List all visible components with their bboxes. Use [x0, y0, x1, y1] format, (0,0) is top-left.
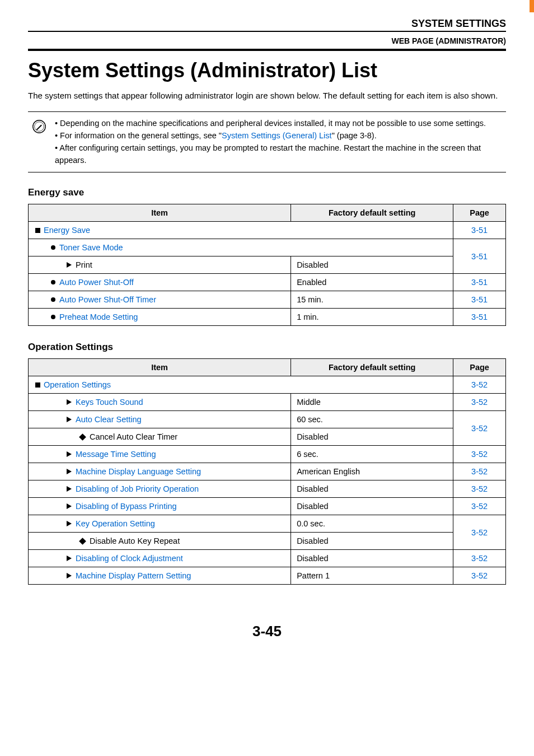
language-setting-link[interactable]: Machine Display Language Setting	[76, 467, 201, 476]
label: Cancel Auto Clear Timer	[90, 432, 177, 441]
default-value: 60 sec.	[291, 411, 453, 428]
row-auto-power-shutoff: Auto Power Shut-Off	[29, 274, 291, 291]
col-page: Page	[453, 359, 506, 376]
page-ref[interactable]: 3-52	[453, 567, 506, 585]
energy-save-link[interactable]: Energy Save	[44, 226, 90, 235]
row-disable-clock-adjustment: Disabling of Clock Adjustment	[29, 550, 291, 567]
page-ref[interactable]: 3-51	[453, 239, 506, 274]
note-text: " (page 3-8).	[332, 131, 377, 140]
note-icon	[31, 119, 47, 166]
operation-settings-table: Item Factory default setting Page Operat…	[28, 358, 506, 585]
triangle-icon	[67, 556, 72, 561]
row-language-setting: Machine Display Language Setting	[29, 463, 291, 480]
note-text: Depending on the machine specifications …	[60, 119, 486, 128]
row-print: Print	[29, 256, 291, 274]
row-auto-clear-setting: Auto Clear Setting	[29, 411, 291, 428]
section-subheader: WEB PAGE (ADMINISTRATOR)	[28, 36, 506, 45]
note-list: Depending on the machine specifications …	[55, 118, 503, 166]
default-value: Disabled	[291, 428, 453, 446]
triangle-icon	[67, 486, 72, 492]
triangle-icon	[67, 521, 72, 526]
page-ref[interactable]: 3-52	[453, 463, 506, 480]
page-ref[interactable]: 3-51	[453, 309, 506, 326]
note-item: After configuring certain settings, you …	[55, 142, 503, 167]
display-pattern-setting-link[interactable]: Machine Display Pattern Setting	[76, 571, 191, 580]
message-time-link[interactable]: Message Time Setting	[76, 450, 156, 459]
page-ref[interactable]: 3-52	[453, 515, 506, 550]
row-preheat-mode: Preheat Mode Setting	[29, 309, 291, 326]
default-value: 6 sec.	[291, 446, 453, 463]
row-keys-touch-sound: Keys Touch Sound	[29, 394, 291, 411]
disable-job-priority-link[interactable]: Disabling of Job Priority Operation	[76, 484, 199, 493]
col-item: Item	[29, 204, 291, 222]
disable-bypass-printing-link[interactable]: Disabling of Bypass Printing	[76, 502, 177, 511]
top-band	[0, 0, 534, 12]
disable-clock-adjustment-link[interactable]: Disabling of Clock Adjustment	[76, 554, 183, 563]
bullet-icon	[51, 297, 55, 302]
diamond-icon	[79, 433, 86, 441]
col-default: Factory default setting	[291, 359, 453, 376]
page-ref[interactable]: 3-52	[453, 550, 506, 567]
orange-accent	[530, 0, 534, 12]
default-value: American English	[291, 463, 453, 480]
bullet-icon	[51, 245, 55, 250]
auto-power-shutoff-link[interactable]: Auto Power Shut-Off	[59, 278, 134, 287]
row-disable-bypass-printing: Disabling of Bypass Printing	[29, 498, 291, 515]
energy-save-table: Item Factory default setting Page Energy…	[28, 204, 506, 326]
auto-clear-setting-link[interactable]: Auto Clear Setting	[76, 415, 142, 424]
auto-power-shutoff-timer-link[interactable]: Auto Power Shut-Off Timer	[59, 295, 156, 304]
default-value: 15 min.	[291, 291, 453, 309]
col-page: Page	[453, 204, 506, 222]
row-key-operation-setting: Key Operation Setting	[29, 515, 291, 533]
default-value: Disabled	[291, 533, 453, 550]
triangle-icon	[67, 503, 72, 509]
triangle-icon	[67, 262, 72, 268]
operation-settings-link[interactable]: Operation Settings	[44, 380, 111, 389]
triangle-icon	[67, 451, 72, 457]
row-disable-job-priority: Disabling of Job Priority Operation	[29, 480, 291, 498]
row-toner-save: Toner Save Mode	[29, 239, 453, 256]
note-text: For information on the general settings,…	[60, 131, 222, 140]
triangle-icon	[67, 417, 72, 422]
bullet-icon	[51, 280, 55, 284]
label: Disable Auto Key Repeat	[90, 536, 180, 545]
square-icon	[35, 228, 40, 233]
default-value: Pattern 1	[291, 567, 453, 585]
default-value: Disabled	[291, 498, 453, 515]
page-ref[interactable]: 3-51	[453, 222, 506, 239]
square-icon	[35, 382, 40, 388]
toner-save-link[interactable]: Toner Save Mode	[59, 243, 123, 252]
preheat-mode-link[interactable]: Preheat Mode Setting	[59, 312, 138, 321]
page-ref[interactable]: 3-52	[453, 376, 506, 394]
default-value: Enabled	[291, 274, 453, 291]
col-item: Item	[29, 359, 291, 376]
keys-touch-sound-link[interactable]: Keys Touch Sound	[76, 398, 143, 407]
page-ref[interactable]: 3-52	[453, 411, 506, 446]
label: Print	[76, 260, 92, 269]
page-ref[interactable]: 3-51	[453, 274, 506, 291]
row-auto-power-shutoff-timer: Auto Power Shut-Off Timer	[29, 291, 291, 309]
triangle-icon	[67, 399, 72, 405]
divider	[28, 31, 506, 32]
page-ref[interactable]: 3-52	[453, 394, 506, 411]
note-item: Depending on the machine specifications …	[55, 118, 503, 130]
page-title: System Settings (Administrator) List	[28, 59, 506, 82]
default-value: 1 min.	[291, 309, 453, 326]
energy-save-heading: Energy save	[28, 187, 506, 198]
page-ref[interactable]: 3-52	[453, 480, 506, 498]
row-energy-save: Energy Save	[29, 222, 453, 239]
section-header: SYSTEM SETTINGS	[28, 18, 506, 30]
page-ref[interactable]: 3-51	[453, 291, 506, 309]
triangle-icon	[67, 469, 72, 474]
row-disable-auto-key-repeat: Disable Auto Key Repeat	[29, 533, 291, 550]
note-text: After configuring certain settings, you …	[55, 143, 481, 165]
operation-settings-heading: Operation Settings	[28, 342, 506, 353]
general-settings-link[interactable]: System Settings (General) List	[222, 131, 332, 140]
key-operation-setting-link[interactable]: Key Operation Setting	[76, 519, 155, 528]
page-ref[interactable]: 3-52	[453, 498, 506, 515]
default-value: Disabled	[291, 256, 453, 274]
diamond-icon	[79, 538, 86, 545]
note-item: For information on the general settings,…	[55, 130, 503, 142]
page-ref[interactable]: 3-52	[453, 446, 506, 463]
heavy-divider	[28, 49, 506, 51]
